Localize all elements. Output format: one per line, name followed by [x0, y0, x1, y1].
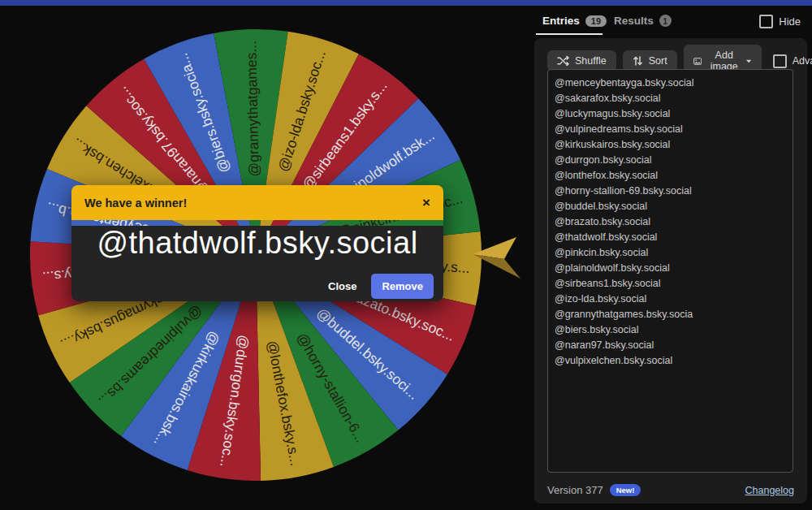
active-tab-underline	[536, 33, 603, 35]
list-item[interactable]: @sirbeans1.bsky.social	[548, 276, 793, 292]
list-item[interactable]: @lonthefox.bsky.social	[548, 168, 793, 184]
list-item[interactable]: @thatdwolf.bsky.social	[548, 230, 793, 245]
list-item[interactable]: @vulpinedreams.bsky.social	[548, 122, 793, 137]
advanced-label: Advanced	[793, 55, 812, 67]
advanced-checkbox[interactable]: Advanced	[773, 54, 812, 68]
dialog-body: @thatdwolf.bsky.social Close Remove	[71, 226, 443, 301]
hide-checkbox[interactable]: Hide	[759, 15, 801, 28]
list-item[interactable]: @sakarafox.bsky.social	[548, 91, 793, 106]
list-item[interactable]: @izo-lda.bsky.social	[548, 292, 793, 307]
list-item[interactable]: @buddel.bsky.social	[548, 199, 793, 214]
remove-button[interactable]: Remove	[371, 274, 434, 299]
list-item[interactable]: @menceybentayga.bsky.social	[548, 76, 793, 91]
list-item[interactable]: @naran97.bsky.social	[548, 338, 793, 353]
checkbox-icon	[759, 15, 773, 28]
changelog-link[interactable]: Changelog	[745, 485, 794, 496]
list-item[interactable]: @luckymagus.bsky.social	[548, 106, 793, 122]
list-item[interactable]: @horny-stallion-69.bsky.social	[548, 184, 793, 199]
list-item[interactable]: @plainoldwolf.bsky.social	[548, 261, 793, 276]
checkbox-icon	[773, 54, 787, 68]
close-button[interactable]: Close	[326, 275, 358, 297]
dialog-header: We have a winner! ×	[71, 185, 443, 220]
close-icon[interactable]: ×	[422, 196, 430, 210]
list-item[interactable]: @kirkuskairos.bsky.social	[548, 137, 793, 153]
list-item[interactable]: @biers.bsky.social	[548, 322, 793, 338]
caret-down-icon	[746, 59, 751, 63]
shuffle-label: Shuffle	[575, 55, 607, 67]
hide-label: Hide	[779, 15, 801, 28]
tab-entries[interactable]: Entries 19	[542, 15, 607, 27]
entries-list[interactable]: @menceybentayga.bsky.social@sakarafox.bs…	[547, 69, 793, 473]
entries-count-badge: 19	[585, 15, 607, 27]
list-item[interactable]: @grannythatgames.bsky.socia	[548, 307, 793, 322]
sort-label: Sort	[649, 55, 667, 67]
results-count-badge: 1	[659, 15, 672, 27]
winner-name: @thatdwolf.bsky.social	[71, 226, 443, 261]
winner-dialog: We have a winner! × @thatdwolf.bsky.soci…	[71, 185, 443, 301]
tab-results[interactable]: Results 1	[614, 15, 672, 27]
list-item[interactable]: @pinkcin.bsky.social	[548, 245, 793, 261]
tabs-bar: Entries 19 Results 1 Hide	[534, 10, 807, 37]
image-icon	[693, 56, 702, 67]
version-label: Version 377	[547, 484, 603, 496]
shuffle-icon	[557, 55, 569, 67]
entries-panel: Shuffle Sort Add image	[534, 38, 807, 504]
tab-results-label: Results	[614, 15, 654, 27]
new-badge: New!	[610, 484, 641, 496]
dialog-title: We have a winner!	[84, 197, 187, 210]
sort-icon	[633, 55, 643, 67]
list-item[interactable]: @brazato.bsky.social	[548, 214, 793, 230]
app-window: @thatdwolf.bsky.s...@brazato.bsky.soc...…	[0, 0, 812, 510]
wheel-segment-label: @grannythatgames...	[243, 41, 262, 177]
tab-entries-label: Entries	[542, 15, 580, 27]
version-row: Version 377 New! Changelog	[547, 484, 794, 496]
list-item[interactable]: @durrgon.bsky.social	[548, 153, 793, 168]
list-item[interactable]: @vulpixelchen.bsky.social	[548, 353, 793, 369]
